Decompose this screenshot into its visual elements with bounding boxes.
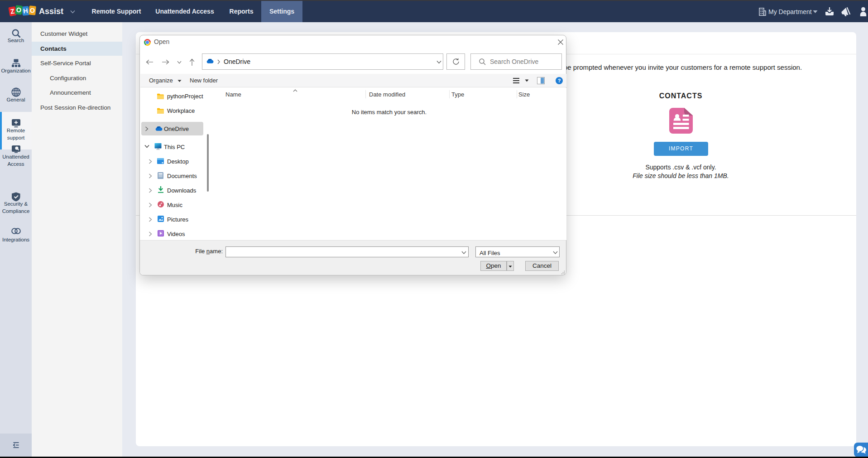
svg-text:?: ? (558, 78, 561, 83)
